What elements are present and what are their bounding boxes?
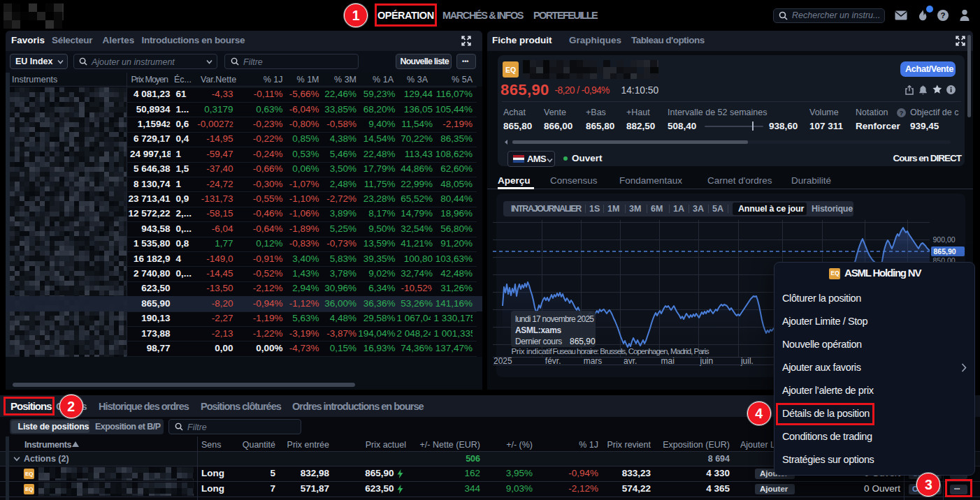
svg-text:?: ?: [900, 110, 904, 117]
svg-text:?: ?: [941, 11, 946, 20]
